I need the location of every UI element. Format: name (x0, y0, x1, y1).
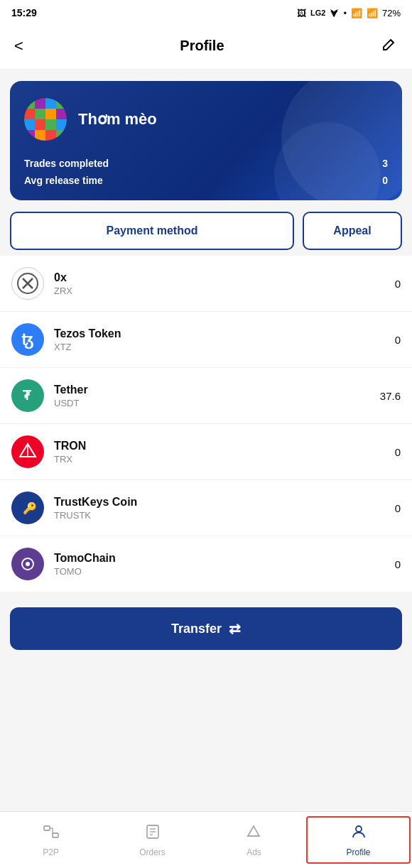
svg-point-41 (356, 826, 362, 832)
orders-label: Orders (139, 847, 166, 857)
p2p-icon (43, 823, 60, 845)
coin-icon-tomo (11, 548, 44, 580)
transfer-label: Transfer (171, 622, 222, 636)
svg-rect-3 (45, 98, 56, 109)
coin-symbol: TRUSTK (54, 510, 395, 521)
coin-icon-tron (11, 435, 44, 468)
nav-item-profile[interactable]: Profile (306, 816, 411, 864)
trades-value: 3 (382, 158, 388, 169)
status-time: 15:29 (11, 7, 37, 18)
battery-label: 72% (382, 8, 401, 18)
coin-icon-0x (11, 267, 44, 300)
coin-amount: 0 (395, 278, 401, 290)
svg-text:ꜩ: ꜩ (21, 331, 33, 349)
svg-line-40 (248, 830, 251, 836)
svg-rect-15 (45, 130, 56, 141)
status-bar: 15:29 🖼 LG2 ⮟ • 📶 📶 72% (0, 0, 412, 26)
svg-rect-2 (35, 98, 45, 109)
ads-label: Ads (246, 847, 261, 857)
transfer-icon: ⇄ (229, 620, 241, 637)
nav-item-orders[interactable]: Orders (102, 812, 203, 868)
nav-item-p2p[interactable]: P2P (0, 812, 102, 868)
svg-rect-5 (24, 109, 35, 119)
nav-icon-status: ⮟ (330, 8, 339, 18)
image-icon: 🖼 (297, 8, 306, 18)
page-title: Profile (180, 38, 224, 54)
coin-amount: 0 (395, 558, 401, 570)
coin-icon-tezos: ꜩ (11, 323, 44, 356)
coin-icon-trustkeys: 🔑 (11, 492, 44, 524)
coin-symbol: USDT (54, 398, 380, 408)
transfer-button[interactable]: Transfer ⇄ (10, 607, 402, 650)
list-item[interactable]: ꜩ Tezos Token XTZ 0 (0, 312, 412, 368)
coin-symbol: ZRX (54, 286, 395, 296)
header: < Profile (0, 26, 412, 70)
list-item[interactable]: 🔑 TrustKeys Coin TRUSTK 0 (0, 480, 412, 536)
svg-rect-12 (56, 119, 67, 130)
coin-list: 0x ZRX 0 ꜩ Tezos Token XTZ 0 ₮ (0, 256, 412, 592)
profile-card: Thơm mèo Trades completed 3 Avg release … (10, 81, 402, 200)
svg-rect-14 (35, 130, 45, 141)
trades-label: Trades completed (24, 158, 109, 169)
payment-method-button[interactable]: Payment method (10, 212, 294, 250)
orders-icon (144, 823, 161, 845)
coin-icon-tether: ₮ (11, 379, 44, 412)
coin-symbol: TOMO (54, 566, 395, 577)
svg-rect-16 (56, 130, 67, 141)
avatar (24, 98, 67, 141)
list-item[interactable]: ₮ Tether USDT 37.6 (0, 368, 412, 424)
svg-rect-9 (24, 119, 35, 130)
svg-rect-10 (35, 119, 45, 130)
bottom-nav: P2P Orders Ads Profile (0, 811, 412, 868)
avg-release-label: Avg release time (24, 175, 103, 186)
coin-name: TRON (54, 440, 395, 452)
coin-name: Tezos Token (54, 327, 395, 340)
status-icons: 🖼 LG2 ⮟ • 📶 📶 72% (297, 8, 401, 18)
lg2-icon: LG2 (310, 9, 325, 17)
svg-rect-11 (45, 119, 56, 130)
back-button[interactable]: < (11, 34, 26, 58)
coin-symbol: TRX (54, 454, 395, 465)
coin-amount: 0 (395, 446, 401, 458)
signal-icon: 📶 (367, 8, 378, 18)
coin-amount: 37.6 (380, 390, 401, 402)
action-buttons: Payment method Appeal (10, 212, 402, 250)
coin-amount: 0 (395, 334, 401, 346)
list-item[interactable]: TomoChain TOMO 0 (0, 536, 412, 592)
profile-stats: Trades completed 3 Avg release time 0 (24, 158, 388, 186)
profile-label: Profile (346, 847, 370, 857)
transfer-section: Transfer ⇄ (0, 597, 412, 658)
svg-text:🔑: 🔑 (23, 501, 37, 515)
edit-icon (381, 36, 398, 53)
coin-name: Tether (54, 384, 380, 396)
svg-rect-1 (24, 98, 35, 109)
coin-name: 0x (54, 271, 395, 284)
profile-nav-icon (350, 823, 367, 845)
wifi-icon: 📶 (351, 8, 362, 18)
nav-item-ads[interactable]: Ads (203, 812, 305, 868)
username: Thơm mèo (78, 110, 157, 129)
svg-rect-31 (44, 826, 50, 830)
avg-release-value: 0 (382, 175, 388, 186)
svg-rect-4 (56, 98, 67, 109)
svg-rect-6 (35, 109, 45, 119)
edit-button[interactable] (378, 33, 401, 59)
list-item[interactable]: TRON TRX 0 (0, 424, 412, 480)
list-item[interactable]: 0x ZRX 0 (0, 256, 412, 312)
coin-symbol: XTZ (54, 342, 395, 352)
svg-rect-7 (45, 109, 56, 119)
p2p-label: P2P (43, 847, 59, 857)
dot-icon: • (343, 8, 347, 18)
coin-name: TrustKeys Coin (54, 496, 395, 509)
coin-amount: 0 (395, 502, 401, 514)
ads-icon (246, 823, 263, 845)
svg-rect-32 (53, 833, 58, 837)
svg-rect-8 (56, 109, 67, 119)
svg-point-30 (26, 562, 30, 566)
svg-marker-39 (248, 826, 259, 836)
appeal-button[interactable]: Appeal (303, 212, 402, 250)
coin-name: TomoChain (54, 552, 395, 565)
svg-rect-13 (24, 130, 35, 141)
